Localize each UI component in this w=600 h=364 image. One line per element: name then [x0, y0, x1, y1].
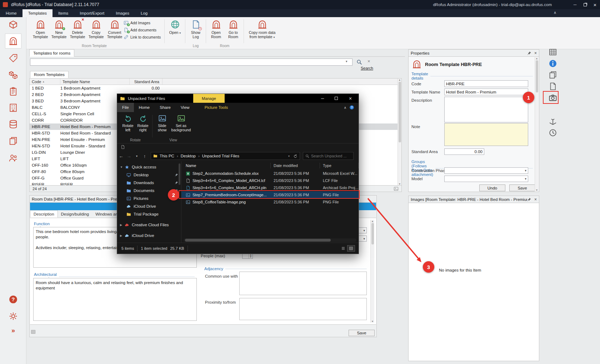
scrollbar-thumb[interactable]	[536, 60, 538, 92]
tab-items[interactable]: Items	[52, 9, 74, 17]
scroll-up-icon[interactable]: ▲	[371, 220, 374, 222]
breadcrumb-desktop[interactable]: Desktop	[181, 154, 196, 158]
collapse-ribbon-icon[interactable]: ∧	[554, 10, 556, 15]
pin-icon[interactable]	[527, 51, 531, 55]
scrollbar-thumb[interactable]	[185, 239, 331, 242]
breadcrumb-current-folder[interactable]: Unpacked Trial Files	[202, 154, 239, 158]
scrollbar-thumb[interactable]	[399, 82, 401, 142]
convert-template-button[interactable]: ConvertTemplate	[105, 19, 124, 44]
rotate-left-button[interactable]: Rotateleft	[120, 114, 136, 132]
explorer-search-input[interactable]	[311, 154, 347, 158]
template-row[interactable]: 1 BED1 Bedroom Apartment0.00	[30, 85, 401, 91]
file-row[interactable]: Step3+4+5+6_Complex_Model_ARCH.lcf 21/08…	[181, 177, 359, 184]
nav-item-creative-cloud[interactable]: ▶Creative Cloud Files	[117, 221, 181, 229]
tab-images[interactable]: Images	[110, 9, 135, 17]
grid-view-icon[interactable]	[31, 329, 36, 334]
clear-search-icon[interactable]: ×	[368, 59, 370, 64]
scroll-down-icon[interactable]: ▼	[399, 183, 401, 185]
explorer-close-button[interactable]: ×	[346, 94, 355, 103]
show-log-button[interactable]: ShowLog	[187, 19, 204, 44]
construction-phase-dropdown[interactable]: ▾	[444, 167, 528, 174]
architectural-expression-field[interactable]: Room should have a luxurious, calm and r…	[33, 278, 197, 321]
scroll-down-icon[interactable]: ▼	[536, 189, 538, 191]
nav-item-icloud-drive[interactable]: iCloud Drive	[117, 202, 181, 210]
pin-icon[interactable]	[527, 197, 531, 202]
templates-search-input[interactable]	[30, 59, 352, 66]
tab-design-building[interactable]: Design/building	[58, 210, 92, 218]
explorer-tab-file[interactable]: File	[117, 103, 134, 112]
properties-save-button[interactable]: Save	[509, 184, 535, 191]
details-view-toggle[interactable]	[339, 245, 347, 252]
model-dropdown[interactable]: ▾	[444, 176, 528, 182]
nav-item-desktop[interactable]: Desktop	[117, 171, 181, 179]
scroll-up-icon[interactable]: ▲	[399, 79, 401, 81]
collapse-ribbon-icon[interactable]: ∧	[344, 106, 346, 110]
gallery-icon[interactable]	[394, 186, 399, 191]
minimize-button[interactable]: ─	[570, 0, 580, 9]
nav-item-trial-package[interactable]: Trial Package	[117, 210, 181, 218]
rotate-right-button[interactable]: Rotateright	[135, 114, 151, 132]
column-header-standard-area[interactable]: Standard Area	[130, 79, 162, 85]
tab-room-templates[interactable]: Room Templates	[30, 71, 69, 78]
file-row[interactable]: Step8_CoffeeTable-Image.png 21/08/2023 5…	[181, 198, 359, 206]
info-icon[interactable]	[549, 59, 557, 68]
explorer-search-box[interactable]	[303, 152, 354, 160]
column-header-code[interactable]: Code ▲	[30, 79, 60, 85]
explorer-titlebar[interactable]: Unpacked Trial Files ─ ×	[117, 94, 359, 103]
link-to-documents-button[interactable]: Link to documents	[124, 34, 161, 40]
back-icon[interactable]: ←	[117, 153, 125, 159]
search-icon[interactable]	[356, 59, 362, 65]
thumbnail-view-toggle[interactable]	[347, 245, 355, 252]
open-template-button[interactable]: OpenTemplate	[31, 19, 50, 44]
sidebar-item-documents[interactable]	[5, 133, 21, 148]
sidebar-item-items[interactable]	[5, 67, 21, 82]
up-icon[interactable]: ↑	[141, 153, 149, 159]
go-to-room-button[interactable]: Go toRoom	[225, 19, 241, 44]
explorer-tab-share[interactable]: Share	[155, 103, 176, 112]
sidebar-item-systems[interactable]	[5, 117, 21, 132]
refresh-icon[interactable]	[293, 154, 298, 158]
expand-sidebar-button[interactable]: »	[5, 323, 21, 338]
horizontal-scrollbar[interactable]	[184, 238, 356, 242]
help-button[interactable]	[5, 292, 21, 307]
www-open-button[interactable]: Open ▾	[166, 19, 184, 44]
documents-tool-icon[interactable]	[549, 71, 557, 79]
sidebar-item-contacts[interactable]	[5, 151, 21, 166]
sidebar-item-products[interactable]	[5, 51, 21, 66]
code-field[interactable]	[444, 80, 528, 87]
nav-scrollbar-thumb[interactable]	[179, 163, 180, 185]
breadcrumb[interactable]: This PC › Desktop › Unpacked Trial Files…	[151, 152, 300, 160]
explorer-tab-picture-tools[interactable]: Picture Tools	[200, 103, 233, 112]
manage-ribbon-tab[interactable]: Manage	[193, 94, 225, 103]
nav-item-downloads[interactable]: Downloads	[117, 179, 181, 187]
recent-locations-caret-icon[interactable]: ▾	[133, 155, 141, 158]
search-link[interactable]: Search	[361, 66, 373, 70]
note-field[interactable]	[444, 123, 528, 146]
open-room-button[interactable]: OpenRoom	[208, 19, 224, 44]
explorer-minimize-button[interactable]: ─	[318, 94, 327, 103]
standard-area-field[interactable]	[444, 148, 484, 155]
room-data-scrollbar[interactable]: ▲▼	[370, 220, 374, 323]
file-row[interactable]: Step2_Accommodation-Schedule.xlsx 21/08/…	[181, 170, 359, 177]
column-header-date-modified[interactable]: Date modified	[271, 163, 320, 168]
restore-button[interactable]	[580, 0, 590, 9]
qat-file-icon[interactable]	[121, 145, 125, 149]
sidebar-item-projects[interactable]	[5, 17, 21, 32]
slide-show-button[interactable]: Slideshow	[154, 114, 170, 132]
proximity-field[interactable]	[239, 298, 367, 320]
scroll-down-icon[interactable]: ▼	[371, 320, 374, 323]
chevron-down-icon[interactable]: ▼	[120, 166, 125, 169]
close-panel-icon[interactable]: ×	[534, 197, 537, 202]
tab-log[interactable]: Log	[135, 9, 153, 17]
close-button[interactable]: ×	[590, 0, 600, 9]
sidebar-item-reports[interactable]	[5, 84, 21, 99]
document-tool-icon[interactable]	[549, 82, 557, 91]
copy-room-data-button[interactable]: Copy room data from template ▾	[246, 19, 279, 44]
model-3d-tool-icon[interactable]	[549, 117, 557, 126]
history-tool-icon[interactable]	[549, 128, 557, 137]
sidebar-item-buildings[interactable]	[5, 100, 21, 115]
common-use-field[interactable]	[239, 272, 367, 295]
settings-button[interactable]	[5, 309, 21, 324]
forward-icon[interactable]: →	[125, 153, 133, 159]
column-header-name[interactable]: Name	[181, 163, 271, 168]
